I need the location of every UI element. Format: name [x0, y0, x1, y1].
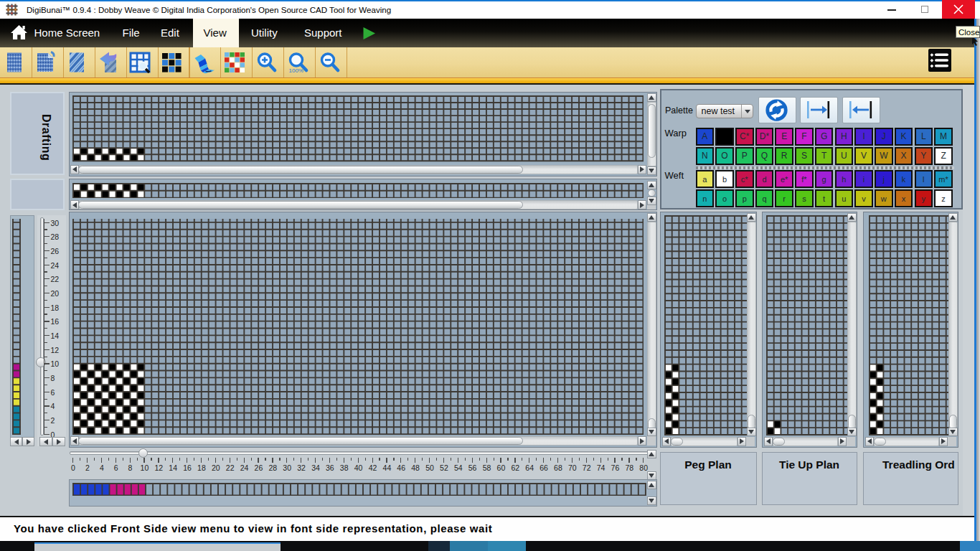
svg-text:100%: 100% [288, 67, 303, 74]
